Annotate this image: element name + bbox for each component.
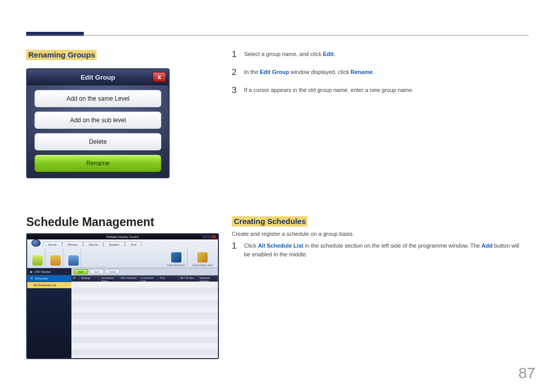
dialog-body: Add on the same Level Add on the sub lev… [27, 85, 169, 178]
heading-renaming-groups: Renaming Groups [26, 50, 97, 60]
ribbon-body: Fault Device ID Fault Device Alert [27, 247, 218, 268]
sidebar-item-all-schedule-list[interactable]: All Schedule List [27, 282, 71, 288]
dialog-titlebar: Edit Group x [27, 69, 169, 85]
add-button[interactable]: Add [73, 269, 88, 274]
orb-button[interactable] [31, 239, 41, 247]
chevron-down-icon: ▼ [30, 277, 33, 280]
delete-button[interactable]: Delete [105, 269, 120, 274]
step-text: . [334, 51, 335, 57]
close-icon[interactable] [212, 235, 216, 238]
sidebar-item-lfd[interactable]: ▶ LFD Device [27, 268, 71, 275]
col-id[interactable]: ID [71, 275, 80, 282]
tab-tool[interactable]: Tool [125, 241, 142, 247]
step-text: . [373, 69, 374, 75]
sidebar: ▶ LFD Device ▼ Schedule All Schedule Lis… [27, 268, 71, 359]
ribbon-group [48, 248, 63, 267]
close-icon: x [158, 73, 161, 81]
maximize-icon[interactable] [207, 235, 211, 238]
step-text: Select a group name, and click [244, 51, 323, 57]
col-mac-address[interactable]: MAC Address [119, 275, 139, 282]
main-pane: Add Edit Delete ID Settings Connection S… [71, 268, 218, 359]
heading-creating-schedules: Creating Schedules [232, 216, 307, 227]
ref-all-schedule-list: All Schedule List [258, 242, 304, 249]
main-toolbar: Add Edit Delete [71, 268, 218, 275]
col-connection-type[interactable]: Connection Type [139, 275, 158, 282]
rename-button[interactable]: Rename [34, 155, 161, 172]
delete-button[interactable]: Delete [34, 133, 161, 151]
step-2: In the Edit Group window displayed, clic… [232, 68, 527, 77]
ribbon-group-fault-id: Fault Device ID [165, 248, 188, 267]
rename-steps: Select a group name, and click Edit. In … [232, 50, 527, 104]
ref-edit: Edit [323, 51, 334, 57]
col-port[interactable]: Port [159, 275, 178, 282]
schedule-grid[interactable] [71, 282, 218, 359]
step-1: Select a group name, and click Edit. [232, 50, 527, 59]
fault-device-alert-icon[interactable] [197, 252, 208, 263]
col-set-id-range[interactable]: SET ID Ran... [178, 275, 198, 282]
sidebar-item-label: Schedule [35, 277, 48, 280]
ribbon-group [66, 248, 81, 267]
schedule-app-figure: Multiple Display Control Home Picture So… [26, 233, 219, 359]
app-title: Multiple Display Control [106, 235, 139, 238]
close-button[interactable]: x [153, 72, 166, 82]
dialog-title: Edit Group [81, 73, 115, 81]
ribbon-group [30, 248, 45, 267]
tab-sound[interactable]: Sound [83, 241, 103, 247]
sidebar-item-schedule[interactable]: ▼ Schedule [27, 275, 71, 282]
step-text: in the schedule section on the left side… [304, 242, 482, 249]
chevron-right-icon: ▶ [30, 270, 33, 273]
ribbon-tabs: Home Picture Sound System Tool [27, 239, 218, 247]
app-titlebar: Multiple Display Control [27, 234, 218, 239]
ref-edit-group: Edit Group [260, 69, 289, 75]
header-rule [26, 35, 529, 35]
fault-device-id-icon[interactable] [171, 252, 181, 263]
step-text: In the [244, 69, 260, 75]
ribbon-label: Fault Device Alert [193, 264, 213, 267]
add-sub-level-button[interactable]: Add on the sub level [34, 111, 161, 129]
sidebar-item-label: LFD Device [34, 270, 50, 273]
ref-add: Add [482, 242, 492, 249]
tab-home[interactable]: Home [43, 241, 62, 247]
edit-group-dialog-figure: Edit Group x Add on the same Level Add o… [26, 68, 170, 178]
heading-schedule-management: Schedule Management [26, 215, 154, 229]
window-controls [202, 235, 216, 238]
ribbon-group-fault-alert: Fault Device Alert [191, 248, 215, 267]
create-steps: Create and register a schedule on a grou… [232, 230, 527, 268]
step-1: Click All Schedule List in the schedule … [232, 241, 527, 259]
minimize-icon[interactable] [202, 235, 207, 238]
app-body: ▶ LFD Device ▼ Schedule All Schedule Lis… [27, 268, 218, 359]
col-connection-status[interactable]: Connection Status [99, 275, 119, 282]
create-intro: Create and register a schedule on a grou… [232, 230, 527, 238]
step-3: If a cursor appears in the old group nam… [232, 86, 527, 95]
tab-picture[interactable]: Picture [62, 241, 83, 247]
page-number: 87 [519, 364, 535, 382]
monitor-icon[interactable] [50, 255, 61, 266]
info-icon[interactable] [68, 255, 79, 266]
step-text: window displayed, click [289, 69, 350, 75]
col-settings[interactable]: Settings [80, 275, 99, 282]
refresh-icon[interactable] [32, 255, 43, 266]
add-same-level-button[interactable]: Add on the same Level [34, 90, 161, 107]
edit-button[interactable]: Edit [89, 269, 104, 274]
step-text: Click [244, 242, 258, 249]
step-text: If a cursor appears in the old group nam… [244, 87, 414, 93]
tab-system[interactable]: System [103, 241, 125, 247]
ref-rename: Rename [350, 69, 373, 75]
column-headers: ID Settings Connection Status MAC Addres… [71, 275, 218, 282]
ribbon: Home Picture Sound System Tool Fault Dev… [27, 239, 218, 268]
ribbon-label: Fault Device ID [168, 264, 185, 267]
col-detected-devices[interactable]: Detected Devices [198, 275, 218, 282]
